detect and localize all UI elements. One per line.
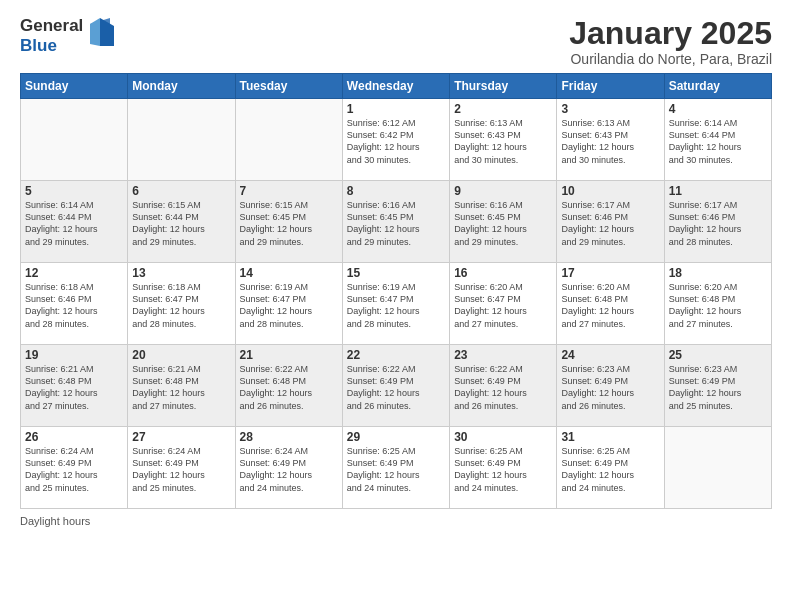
day-cell: 14Sunrise: 6:19 AM Sunset: 6:47 PM Dayli… [235,263,342,345]
logo-general: General [20,16,83,36]
day-cell: 18Sunrise: 6:20 AM Sunset: 6:48 PM Dayli… [664,263,771,345]
day-cell: 17Sunrise: 6:20 AM Sunset: 6:48 PM Dayli… [557,263,664,345]
day-info: Sunrise: 6:24 AM Sunset: 6:49 PM Dayligh… [25,445,123,494]
day-cell: 21Sunrise: 6:22 AM Sunset: 6:48 PM Dayli… [235,345,342,427]
day-info: Sunrise: 6:21 AM Sunset: 6:48 PM Dayligh… [132,363,230,412]
day-cell: 15Sunrise: 6:19 AM Sunset: 6:47 PM Dayli… [342,263,449,345]
week-row-3: 12Sunrise: 6:18 AM Sunset: 6:46 PM Dayli… [21,263,772,345]
day-number: 31 [561,430,659,444]
day-info: Sunrise: 6:17 AM Sunset: 6:46 PM Dayligh… [669,199,767,248]
day-info: Sunrise: 6:14 AM Sunset: 6:44 PM Dayligh… [669,117,767,166]
day-info: Sunrise: 6:20 AM Sunset: 6:47 PM Dayligh… [454,281,552,330]
day-number: 8 [347,184,445,198]
day-cell [235,99,342,181]
day-number: 3 [561,102,659,116]
day-info: Sunrise: 6:15 AM Sunset: 6:44 PM Dayligh… [132,199,230,248]
day-header-monday: Monday [128,74,235,99]
day-cell: 29Sunrise: 6:25 AM Sunset: 6:49 PM Dayli… [342,427,449,509]
day-number: 9 [454,184,552,198]
day-cell: 9Sunrise: 6:16 AM Sunset: 6:45 PM Daylig… [450,181,557,263]
logo: General Blue [20,16,114,55]
day-cell: 24Sunrise: 6:23 AM Sunset: 6:49 PM Dayli… [557,345,664,427]
day-info: Sunrise: 6:23 AM Sunset: 6:49 PM Dayligh… [561,363,659,412]
day-info: Sunrise: 6:19 AM Sunset: 6:47 PM Dayligh… [240,281,338,330]
day-number: 20 [132,348,230,362]
logo-icon [86,16,114,50]
day-number: 11 [669,184,767,198]
day-number: 10 [561,184,659,198]
week-row-2: 5Sunrise: 6:14 AM Sunset: 6:44 PM Daylig… [21,181,772,263]
week-row-5: 26Sunrise: 6:24 AM Sunset: 6:49 PM Dayli… [21,427,772,509]
day-number: 19 [25,348,123,362]
day-cell: 26Sunrise: 6:24 AM Sunset: 6:49 PM Dayli… [21,427,128,509]
week-row-4: 19Sunrise: 6:21 AM Sunset: 6:48 PM Dayli… [21,345,772,427]
day-header-friday: Friday [557,74,664,99]
day-cell: 8Sunrise: 6:16 AM Sunset: 6:45 PM Daylig… [342,181,449,263]
day-number: 21 [240,348,338,362]
day-info: Sunrise: 6:25 AM Sunset: 6:49 PM Dayligh… [347,445,445,494]
day-info: Sunrise: 6:24 AM Sunset: 6:49 PM Dayligh… [132,445,230,494]
title-block: January 2025 Ourilandia do Norte, Para, … [569,16,772,67]
day-info: Sunrise: 6:18 AM Sunset: 6:46 PM Dayligh… [25,281,123,330]
day-info: Sunrise: 6:25 AM Sunset: 6:49 PM Dayligh… [561,445,659,494]
day-number: 30 [454,430,552,444]
day-info: Sunrise: 6:24 AM Sunset: 6:49 PM Dayligh… [240,445,338,494]
day-cell: 28Sunrise: 6:24 AM Sunset: 6:49 PM Dayli… [235,427,342,509]
day-cell [128,99,235,181]
day-cell: 6Sunrise: 6:15 AM Sunset: 6:44 PM Daylig… [128,181,235,263]
day-info: Sunrise: 6:18 AM Sunset: 6:47 PM Dayligh… [132,281,230,330]
day-number: 13 [132,266,230,280]
day-info: Sunrise: 6:16 AM Sunset: 6:45 PM Dayligh… [454,199,552,248]
day-info: Sunrise: 6:14 AM Sunset: 6:44 PM Dayligh… [25,199,123,248]
day-cell: 11Sunrise: 6:17 AM Sunset: 6:46 PM Dayli… [664,181,771,263]
day-cell: 25Sunrise: 6:23 AM Sunset: 6:49 PM Dayli… [664,345,771,427]
daylight-label: Daylight hours [20,515,90,527]
day-cell: 1Sunrise: 6:12 AM Sunset: 6:42 PM Daylig… [342,99,449,181]
day-cell: 19Sunrise: 6:21 AM Sunset: 6:48 PM Dayli… [21,345,128,427]
day-number: 24 [561,348,659,362]
day-info: Sunrise: 6:25 AM Sunset: 6:49 PM Dayligh… [454,445,552,494]
day-info: Sunrise: 6:12 AM Sunset: 6:42 PM Dayligh… [347,117,445,166]
day-number: 25 [669,348,767,362]
day-cell [664,427,771,509]
calendar-table: SundayMondayTuesdayWednesdayThursdayFrid… [20,73,772,509]
day-number: 18 [669,266,767,280]
day-header-tuesday: Tuesday [235,74,342,99]
header: General Blue January 2025 Ourilandia do … [20,16,772,67]
day-number: 23 [454,348,552,362]
day-cell: 16Sunrise: 6:20 AM Sunset: 6:47 PM Dayli… [450,263,557,345]
day-header-thursday: Thursday [450,74,557,99]
day-cell: 30Sunrise: 6:25 AM Sunset: 6:49 PM Dayli… [450,427,557,509]
day-number: 4 [669,102,767,116]
day-cell: 10Sunrise: 6:17 AM Sunset: 6:46 PM Dayli… [557,181,664,263]
svg-marker-2 [90,18,100,46]
day-header-saturday: Saturday [664,74,771,99]
day-header-sunday: Sunday [21,74,128,99]
day-number: 6 [132,184,230,198]
day-info: Sunrise: 6:13 AM Sunset: 6:43 PM Dayligh… [561,117,659,166]
day-info: Sunrise: 6:20 AM Sunset: 6:48 PM Dayligh… [669,281,767,330]
day-info: Sunrise: 6:19 AM Sunset: 6:47 PM Dayligh… [347,281,445,330]
day-cell: 23Sunrise: 6:22 AM Sunset: 6:49 PM Dayli… [450,345,557,427]
day-info: Sunrise: 6:22 AM Sunset: 6:49 PM Dayligh… [454,363,552,412]
day-number: 7 [240,184,338,198]
day-cell: 4Sunrise: 6:14 AM Sunset: 6:44 PM Daylig… [664,99,771,181]
day-cell: 27Sunrise: 6:24 AM Sunset: 6:49 PM Dayli… [128,427,235,509]
page: General Blue January 2025 Ourilandia do … [0,0,792,612]
day-info: Sunrise: 6:22 AM Sunset: 6:49 PM Dayligh… [347,363,445,412]
day-number: 15 [347,266,445,280]
day-number: 22 [347,348,445,362]
day-cell: 5Sunrise: 6:14 AM Sunset: 6:44 PM Daylig… [21,181,128,263]
day-number: 28 [240,430,338,444]
day-number: 2 [454,102,552,116]
day-number: 16 [454,266,552,280]
month-title: January 2025 [569,16,772,51]
day-info: Sunrise: 6:17 AM Sunset: 6:46 PM Dayligh… [561,199,659,248]
location: Ourilandia do Norte, Para, Brazil [569,51,772,67]
day-cell [21,99,128,181]
day-cell: 13Sunrise: 6:18 AM Sunset: 6:47 PM Dayli… [128,263,235,345]
logo-text: General Blue [20,16,83,55]
day-number: 1 [347,102,445,116]
day-number: 12 [25,266,123,280]
day-info: Sunrise: 6:23 AM Sunset: 6:49 PM Dayligh… [669,363,767,412]
